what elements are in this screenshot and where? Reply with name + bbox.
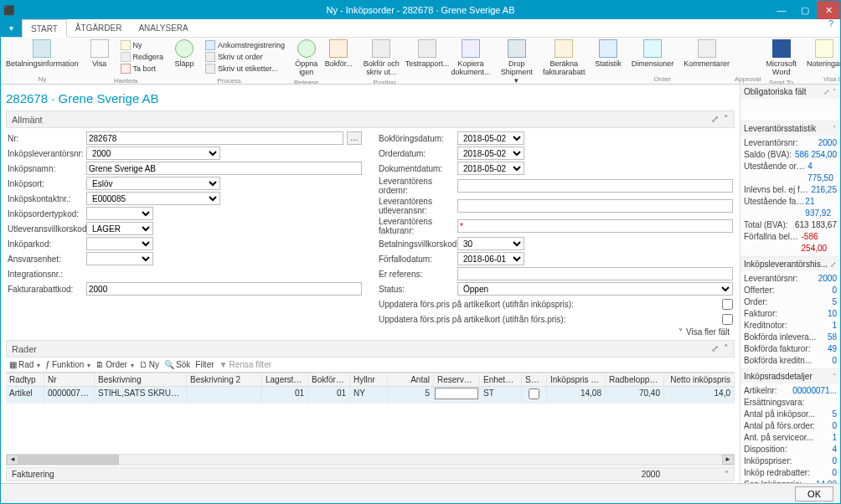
gt-order[interactable]: 🗎 Order (95, 360, 134, 369)
collapse-icon[interactable]: ˄ (724, 343, 729, 354)
group-ny: Ny (1, 75, 84, 84)
orderdatum-select[interactable]: 2018-05-02 (457, 147, 524, 160)
scroll-right[interactable]: ► (722, 455, 734, 465)
parkod-select[interactable] (86, 237, 153, 250)
tab-analyze[interactable]: ANALYSERA (130, 19, 196, 37)
col-bokf[interactable]: Bokföring... (308, 373, 350, 386)
ribbon: Betalningsinformation Ny Visa Ny Rediger… (1, 38, 840, 85)
rp-hist-title: Inköpsleverantörshis... (744, 260, 828, 269)
msword-button[interactable]: Microsoft Word (761, 38, 802, 78)
help-icon[interactable]: ? (822, 19, 840, 37)
levfakt-input[interactable] (457, 219, 733, 233)
gt-funktion[interactable]: ƒ Funktion (45, 360, 90, 369)
file-menu[interactable]: ▾ (1, 19, 22, 37)
calc-discount-button[interactable]: Beräkna fakturarabatt (538, 38, 590, 78)
rp-levnr[interactable]: 2000 (818, 137, 837, 149)
nr-input[interactable] (86, 131, 343, 145)
minimize-button[interactable]: — (770, 1, 793, 19)
nr-lookup[interactable]: … (347, 131, 362, 145)
forfallo-select[interactable]: 2018-06-01 (457, 252, 524, 265)
card-fakturering[interactable]: Fakturering2000˅ (6, 467, 735, 481)
status-select[interactable]: Öppen (457, 282, 733, 296)
dokdatum-select[interactable]: 2018-05-02 (457, 162, 524, 175)
utlevvillkor-select[interactable]: LAGER (86, 222, 153, 235)
upd1-check[interactable] (722, 299, 733, 310)
view-button[interactable]: Visa (84, 38, 116, 69)
bokfdatum-select[interactable]: 2018-05-02 (457, 131, 524, 145)
rp-settings-icon[interactable]: ⤢ (823, 88, 830, 96)
upd2-check[interactable] (722, 314, 733, 325)
col-enhet[interactable]: Enhetskod (480, 373, 522, 386)
gt-rad[interactable]: ▦ Rad (9, 360, 40, 369)
arrival-reg-button[interactable]: Ankomstregistrering (204, 39, 286, 51)
col-spe[interactable]: Spe... (522, 373, 547, 386)
gt-rensa[interactable]: ▼ Rensa filter (219, 360, 271, 369)
col-netto[interactable]: Netto inköpspris (664, 373, 735, 386)
release-button[interactable]: Släpp (168, 38, 200, 69)
page-title: 282678 · Grene Sverige AB (6, 88, 735, 109)
close-button[interactable]: ✕ (817, 1, 840, 19)
fakturarabatt-input[interactable] (86, 282, 362, 296)
post-button[interactable]: Bokför... (322, 38, 354, 69)
expand-icon[interactable]: ⤢ (711, 343, 719, 354)
reopen-button[interactable]: Öppna igen (290, 38, 322, 78)
statistics-button[interactable]: Statistik (590, 38, 627, 69)
tab-actions[interactable]: ÅTGÄRDER (67, 19, 131, 37)
col-beskrivning2[interactable]: Beskrivning 2 (187, 373, 262, 386)
ansvar-select[interactable] (86, 252, 153, 265)
edit-button[interactable]: Redigera (119, 51, 166, 63)
group-sendto: Send To (761, 78, 802, 85)
dimensions-button[interactable]: Dimensioner (627, 38, 679, 69)
expand-icon[interactable]: ⤢ (711, 114, 719, 125)
notes-button[interactable]: Noteringar (802, 38, 840, 69)
print-order-button[interactable]: Skriv ut order (204, 51, 286, 63)
inkopsort-select[interactable]: Eslöv (86, 177, 220, 190)
col-radtyp[interactable]: Radtyp (6, 373, 44, 386)
comments-button[interactable]: Kommentarer (678, 38, 735, 69)
col-hyllnr[interactable]: Hyllnr (350, 373, 388, 386)
betvillkor-select[interactable]: 30 (457, 237, 524, 250)
ordertyp-select[interactable] (86, 207, 153, 220)
col-lager[interactable]: Lagerställek... (262, 373, 308, 386)
ok-button[interactable]: OK (795, 486, 833, 501)
tab-start[interactable]: START (22, 19, 67, 38)
group-approval: Approval (735, 75, 761, 84)
levnr-select[interactable]: 2000 (86, 147, 220, 160)
new-button[interactable]: Ny (119, 39, 166, 51)
collapse-icon[interactable]: ˄ (724, 114, 729, 125)
grid-scrollbar[interactable]: ◄ ► (6, 454, 735, 465)
test-report-button[interactable]: Testrapport... (408, 38, 446, 69)
gt-filter[interactable]: Filter (195, 360, 214, 369)
maximize-button[interactable]: ▢ (793, 1, 817, 19)
inkopsnamn-input[interactable] (86, 162, 362, 175)
drop-shipment-button[interactable]: Drop Shipment ▾ (495, 38, 538, 85)
copy-doc-button[interactable]: Kopiera dokument... (446, 38, 496, 78)
window-title: Ny - Inköpsorder - 282678 · Grene Sverig… (326, 5, 514, 15)
table-row[interactable]: Artikel 00000071044 STIHL,SATS SKRUVAR 0… (6, 387, 735, 404)
spe-check[interactable] (529, 388, 539, 399)
kontaktnr-select[interactable]: E000085 (86, 192, 220, 205)
payment-info-button[interactable]: Betalningsinformation (1, 38, 84, 69)
col-radbelopp[interactable]: Radbelopp Exkl. moms (606, 373, 664, 386)
erref-input[interactable] (457, 267, 733, 280)
gt-ny[interactable]: 🗋 Ny (139, 360, 159, 369)
levordernr-input[interactable] (457, 179, 733, 193)
print-labels-button[interactable]: Skriv ut etiketter... (204, 63, 286, 75)
col-nr[interactable]: Nr (44, 373, 95, 386)
levutlev-input[interactable] (457, 199, 733, 213)
scroll-thumb[interactable] (18, 455, 119, 465)
col-antal[interactable]: Antal (388, 373, 434, 386)
group-visabifogat: Visa bifogat (802, 75, 840, 84)
col-inkopspris[interactable]: Inköpspris Exkl. moms (547, 373, 606, 386)
col-beskrivning[interactable]: Beskrivning (95, 373, 187, 386)
gt-sok[interactable]: 🔍 Sök (164, 360, 190, 369)
show-more-fields[interactable]: ˅Visa fler fält (6, 326, 735, 338)
section-rader[interactable]: Rader ⤢ ˄ (6, 340, 735, 357)
group-posting: Posting (322, 78, 446, 85)
section-allmant[interactable]: Allmänt ⤢ ˄ (6, 111, 735, 128)
delete-button[interactable]: Ta bort (119, 63, 166, 75)
reserverat-input[interactable] (435, 388, 478, 399)
col-reserverat[interactable]: Reserverat antal (434, 373, 480, 386)
post-print-button[interactable]: Bokför och skriv ut... (354, 38, 408, 78)
scroll-left[interactable]: ◄ (7, 455, 18, 465)
